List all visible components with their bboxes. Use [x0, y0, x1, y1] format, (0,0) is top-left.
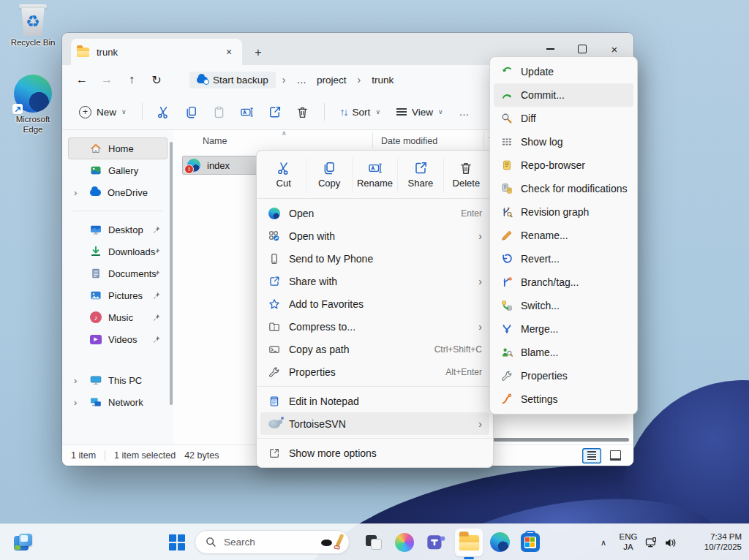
paste-button[interactable]	[207, 100, 232, 124]
menu-item-edit-in-notepad[interactable]: Edit in Notepad	[260, 390, 489, 412]
sort-button[interactable]: ↑↓ Sort ∨	[334, 102, 387, 122]
breadcrumb-trunk[interactable]: trunk	[367, 72, 398, 88]
column-divider[interactable]	[483, 132, 484, 148]
menu-item-share-with[interactable]: Share with ›	[260, 270, 489, 292]
menu-item-copy-as-path[interactable]: Copy as path Ctrl+Shift+C	[260, 338, 489, 360]
new-button[interactable]: + New ∨	[72, 102, 133, 123]
svn-revision-graph-icon	[500, 206, 513, 218]
file-explorer-button[interactable]	[455, 529, 483, 556]
rename-quick-button[interactable]: Rename	[352, 157, 397, 193]
edge-taskbar-button[interactable]	[489, 531, 511, 553]
delete-button[interactable]	[290, 100, 315, 124]
start-backup-button[interactable]: Start backup	[189, 72, 276, 88]
cut-quick-button[interactable]: Cut	[261, 157, 306, 193]
sidebar-item-home[interactable]: Home	[68, 137, 168, 159]
start-button[interactable]	[165, 531, 189, 554]
menu-item-send-to-my-phone[interactable]: Send to My Phone	[260, 247, 489, 270]
svn-item-show-log[interactable]: Show log	[494, 130, 633, 154]
svn-item-properties[interactable]: Properties	[494, 364, 633, 387]
volume-icon	[664, 537, 677, 549]
forward-button[interactable]: →	[94, 69, 119, 91]
breadcrumb-overflow[interactable]: …	[292, 72, 311, 88]
sidebar-item-this-pc[interactable]: › This PC	[68, 369, 168, 391]
column-divider[interactable]	[372, 132, 373, 148]
sidebar-item-music[interactable]: ♪ Music	[68, 306, 168, 328]
store-button[interactable]	[519, 531, 541, 553]
menu-item-add-to-favorites[interactable]: Add to Favorites	[260, 292, 489, 315]
sidebar-scrollbar[interactable]	[170, 142, 173, 405]
thumbnail-view-button[interactable]	[606, 448, 625, 463]
refresh-button[interactable]: ↻	[144, 69, 169, 91]
task-view-button[interactable]	[361, 531, 386, 553]
menu-item-properties[interactable]: Properties Alt+Enter	[260, 360, 489, 383]
svn-item-settings[interactable]: Settings	[494, 387, 633, 411]
svn-merge-icon	[500, 323, 513, 335]
svn-item-blame[interactable]: Blame...	[494, 341, 633, 364]
sidebar-item-documents[interactable]: Documents	[68, 262, 168, 284]
menu-item-compress-to[interactable]: Compress to... ›	[260, 315, 489, 338]
column-header-date-modified[interactable]: Date modified	[381, 136, 437, 146]
svn-item-check-for-modifications[interactable]: Check for modifications	[494, 177, 633, 200]
clock[interactable]: 7:34 PM 10/7/2025	[685, 530, 742, 554]
sidebar-item-onedrive[interactable]: › OneDrive	[68, 181, 168, 203]
chevron-expand-icon[interactable]: ›	[74, 397, 77, 408]
svn-item-merge[interactable]: Merge...	[494, 317, 633, 341]
sidebar-item-videos[interactable]: ▶ Videos	[68, 328, 168, 350]
sidebar-item-gallery[interactable]: Gallery	[68, 159, 168, 181]
volume-tray-button[interactable]	[661, 534, 679, 551]
sidebar-item-network[interactable]: › Network	[68, 391, 168, 413]
menu-item-open-with[interactable]: Open with ›	[260, 224, 489, 247]
chevron-expand-icon[interactable]: ›	[74, 187, 77, 198]
teams-button[interactable]	[424, 532, 448, 553]
cut-button[interactable]	[151, 100, 176, 124]
onedrive-sync-icon	[197, 77, 208, 83]
rename-button[interactable]	[235, 100, 260, 124]
svn-item-branch-tag[interactable]: Branch/tag...	[494, 270, 633, 294]
svn-item-repo-browser[interactable]: Repo-browser	[494, 154, 633, 177]
svn-settings-icon	[500, 393, 513, 405]
notepad-icon	[268, 396, 281, 407]
language-indicator[interactable]: ENG JA	[616, 530, 641, 554]
desktop-icon-recycle-bin[interactable]: ♻ Recycle Bin	[7, 4, 59, 48]
svn-show-log-icon	[500, 136, 513, 148]
share-button[interactable]	[263, 100, 287, 124]
tab-close-icon[interactable]: ×	[222, 45, 236, 59]
sidebar-item-downloads[interactable]: Downloads	[68, 241, 168, 262]
widgets-button[interactable]	[10, 529, 37, 556]
back-button[interactable]: ←	[69, 69, 94, 91]
details-view-button[interactable]	[582, 448, 601, 463]
sidebar-item-desktop[interactable]: Desktop	[68, 219, 168, 241]
copilot-button[interactable]	[394, 532, 415, 553]
share-quick-button[interactable]: Share	[397, 157, 443, 193]
svn-item-update[interactable]: Update	[494, 60, 633, 83]
search-box[interactable]: Search	[195, 530, 350, 554]
svn-item-rename[interactable]: Rename...	[494, 224, 633, 247]
menu-item-show-more-options[interactable]: Show more options	[260, 442, 489, 464]
svn-item-revision-graph[interactable]: Revision graph	[494, 200, 633, 224]
network-tray-button[interactable]	[642, 534, 660, 551]
tab-trunk[interactable]: trunk ×	[71, 39, 242, 65]
share-with-icon	[268, 276, 281, 287]
svn-item-switch[interactable]: Switch...	[494, 294, 633, 317]
column-header-name[interactable]: Name	[203, 136, 227, 146]
windows-logo-icon	[169, 534, 185, 550]
menu-item-open[interactable]: Open Enter	[260, 202, 489, 224]
desktop-icon-label: Microsoft Edge	[7, 115, 59, 135]
new-tab-button[interactable]: +	[249, 44, 267, 61]
breadcrumb-project[interactable]: project	[312, 72, 351, 88]
menu-item-tortoisesvn[interactable]: TortoiseSVN ›	[260, 412, 489, 435]
more-icon: …	[459, 106, 470, 118]
sidebar-item-pictures[interactable]: Pictures	[68, 284, 168, 306]
delete-quick-button[interactable]: Delete	[443, 157, 489, 193]
up-button[interactable]: ↑	[119, 69, 144, 91]
svn-item-diff[interactable]: Diff	[494, 107, 633, 130]
tray-overflow-button[interactable]: ∧	[595, 534, 611, 550]
copy-quick-button[interactable]: Copy	[306, 157, 351, 193]
more-options-button[interactable]: …	[453, 102, 477, 122]
svn-item-revert[interactable]: Revert...	[494, 247, 633, 270]
chevron-expand-icon[interactable]: ›	[74, 375, 77, 386]
svn-item-commit[interactable]: Commit...	[494, 83, 633, 107]
view-button[interactable]: View ∨	[390, 102, 450, 122]
copy-button[interactable]	[179, 100, 204, 124]
desktop-icon-edge[interactable]: Microsoft Edge	[7, 75, 59, 135]
